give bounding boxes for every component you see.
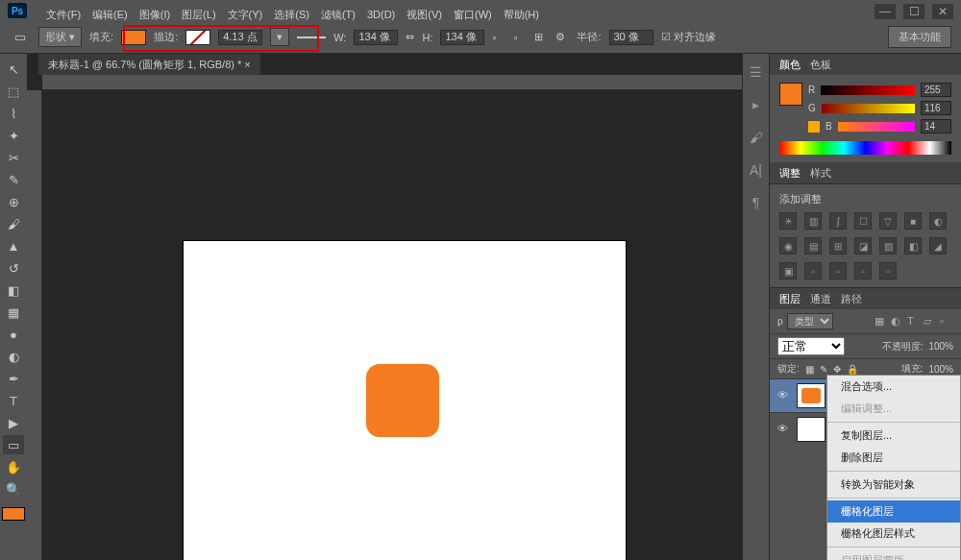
stamp-tool[interactable]: ▲ — [3, 236, 24, 256]
stroke-style-preview[interactable] — [297, 37, 326, 38]
tool-preset-icon[interactable]: ▭ — [10, 28, 31, 47]
blend-mode-select[interactable]: 正常 — [777, 337, 845, 355]
adj-photo-filter-icon[interactable]: ◉ — [779, 237, 797, 255]
visibility-icon[interactable]: 👁 — [777, 389, 791, 402]
type-tool[interactable]: T — [3, 391, 24, 410]
close-button[interactable]: ✕ — [932, 4, 953, 19]
lock-move-icon[interactable]: ✥ — [833, 364, 841, 375]
adj-gradient-icon[interactable]: ◢ — [929, 237, 947, 255]
fill-value[interactable]: 100% — [928, 364, 953, 375]
g-value[interactable]: 116 — [921, 101, 951, 115]
ctx-rasterize-style[interactable]: 栅格化图层样式 — [827, 523, 960, 545]
stroke-width-input[interactable] — [218, 30, 262, 45]
foreground-color-swatch[interactable] — [2, 507, 25, 521]
height-input[interactable] — [440, 30, 484, 45]
ctx-duplicate-layer[interactable]: 复制图层... — [827, 425, 960, 447]
menu-type[interactable]: 文字(Y) — [228, 8, 263, 22]
layer-filter-kind[interactable]: 类型 — [787, 313, 833, 329]
adj-bw-icon[interactable]: ◐ — [929, 212, 947, 230]
gamut-warning-icon[interactable] — [808, 121, 820, 133]
g-slider[interactable] — [822, 104, 915, 113]
b-slider[interactable] — [838, 122, 915, 132]
brush-tool[interactable]: 🖌 — [3, 214, 24, 233]
align-shape-icon[interactable]: ▫ — [492, 32, 505, 43]
adj-exposure-icon[interactable]: ☐ — [854, 212, 872, 230]
pen-tool[interactable]: ✒ — [3, 369, 24, 388]
eraser-tool[interactable]: ◧ — [3, 280, 24, 300]
adj-curves-icon[interactable]: ∫ — [829, 212, 847, 230]
marquee-tool[interactable]: ⬚ — [3, 82, 24, 101]
adj-lookup-icon[interactable]: ⊞ — [829, 237, 847, 255]
zoom-tool[interactable]: 🔍 — [3, 479, 24, 499]
link-wh-icon[interactable]: ⇔ — [406, 31, 414, 43]
move-tool[interactable]: ↖ — [3, 60, 24, 79]
actions-panel-icon[interactable]: ▸ — [748, 96, 765, 113]
char-panel-icon[interactable]: A| — [748, 161, 765, 179]
adj-more1-icon[interactable]: ▫ — [804, 262, 822, 280]
menu-3d[interactable]: 3D(D) — [367, 9, 395, 20]
gear-icon[interactable]: ⚙ — [555, 31, 569, 43]
adj-more4-icon[interactable]: ▫ — [879, 262, 897, 280]
maximize-button[interactable]: ☐ — [903, 4, 924, 19]
menu-edit[interactable]: 编辑(E) — [92, 8, 128, 22]
adj-brightness-icon[interactable]: ☀ — [779, 212, 797, 230]
blur-tool[interactable]: ● — [3, 325, 24, 344]
menu-file[interactable]: 文件(F) — [46, 8, 81, 22]
swatches-tab[interactable]: 色板 — [810, 58, 831, 72]
menu-select[interactable]: 选择(S) — [274, 8, 309, 22]
channels-tab[interactable]: 通道 — [810, 292, 831, 306]
r-value[interactable]: 255 — [921, 83, 951, 97]
filter-shape-icon[interactable]: ▱ — [924, 315, 937, 329]
workspace-switcher[interactable]: 基本功能 — [888, 26, 951, 48]
align-edges-checkbox[interactable]: ☑ 对齐边缘 — [661, 30, 716, 44]
rounded-rectangle-shape[interactable] — [366, 364, 439, 437]
filter-adjust-icon[interactable]: ◐ — [891, 315, 904, 329]
menu-layer[interactable]: 图层(L) — [182, 8, 215, 22]
adj-levels-icon[interactable]: ▥ — [804, 212, 822, 230]
stroke-width-dropdown[interactable]: ▾ — [270, 28, 289, 46]
gradient-tool[interactable]: ▦ — [3, 303, 24, 322]
r-slider[interactable] — [821, 85, 915, 95]
pathops-icon[interactable]: ⊞ — [534, 31, 548, 43]
adj-hue-icon[interactable]: ■ — [904, 212, 922, 230]
wand-tool[interactable]: ✦ — [3, 126, 24, 145]
canvas[interactable] — [184, 241, 626, 560]
adj-selective-icon[interactable]: ▣ — [779, 262, 797, 280]
lock-brush-icon[interactable]: ✎ — [820, 364, 827, 375]
eyedropper-tool[interactable]: ✎ — [3, 170, 24, 189]
styles-tab[interactable]: 样式 — [810, 166, 831, 181]
lock-pixels-icon[interactable]: ▦ — [805, 364, 814, 375]
visibility-icon[interactable]: 👁 — [777, 423, 791, 436]
ctx-blend-options[interactable]: 混合选项... — [827, 376, 960, 398]
color-preview[interactable] — [779, 83, 802, 106]
stroke-color-swatch[interactable] — [185, 30, 210, 45]
lasso-tool[interactable]: ⌇ — [3, 104, 24, 123]
opacity-value[interactable]: 100% — [928, 341, 953, 352]
paths-tab[interactable]: 路径 — [841, 292, 862, 306]
arrange-icon[interactable]: ▫ — [513, 32, 527, 43]
filter-pixel-icon[interactable]: ▦ — [875, 315, 888, 329]
menu-window[interactable]: 窗口(W) — [454, 8, 492, 22]
radius-input[interactable] — [609, 30, 653, 45]
adj-poster-icon[interactable]: ▨ — [879, 237, 897, 255]
minimize-button[interactable]: — — [875, 4, 896, 19]
ctx-convert-smart[interactable]: 转换为智能对象 — [827, 474, 960, 496]
lock-all-icon[interactable]: 🔒 — [847, 364, 858, 375]
history-panel-icon[interactable]: ☰ — [748, 63, 765, 81]
adj-more3-icon[interactable]: ▫ — [854, 262, 872, 280]
menu-view[interactable]: 视图(V) — [407, 8, 442, 22]
adj-mixer-icon[interactable]: ▤ — [804, 237, 822, 255]
shape-tool[interactable]: ▭ — [3, 435, 24, 454]
filter-type-icon[interactable]: T — [907, 315, 921, 329]
adj-vibrance-icon[interactable]: ▽ — [879, 212, 897, 230]
adj-invert-icon[interactable]: ◪ — [854, 237, 872, 255]
hand-tool[interactable]: ✋ — [3, 457, 24, 476]
dodge-tool[interactable]: ◐ — [3, 347, 24, 366]
para-panel-icon[interactable]: ¶ — [748, 194, 765, 211]
adj-threshold-icon[interactable]: ◧ — [904, 237, 922, 255]
fill-color-swatch[interactable] — [121, 30, 146, 45]
adjust-tab[interactable]: 调整 — [779, 166, 801, 181]
b-value[interactable]: 14 — [921, 119, 951, 134]
menu-filter[interactable]: 滤镜(T) — [321, 8, 356, 22]
spectrum-bar[interactable] — [779, 141, 951, 155]
